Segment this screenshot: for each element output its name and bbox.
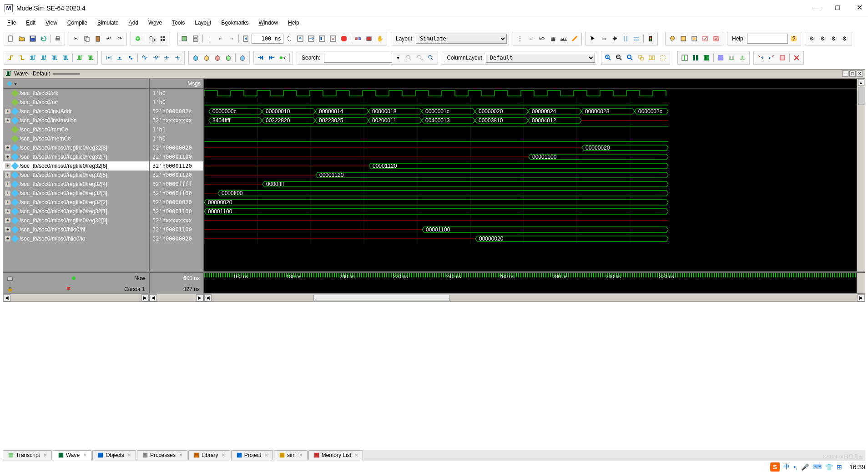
find-button[interactable] — [147, 34, 157, 44]
zoom-range-button[interactable] — [636, 53, 646, 63]
bm3-button[interactable] — [689, 34, 699, 44]
maximize-button[interactable]: □ — [833, 4, 842, 12]
x4[interactable] — [792, 53, 802, 63]
menu-wave[interactable]: Wave — [148, 20, 162, 26]
menu-simulate[interactable]: Simulate — [97, 20, 119, 26]
struct-button[interactable] — [353, 34, 363, 44]
save-button[interactable] — [28, 34, 38, 44]
menu-help[interactable]: Help — [288, 20, 299, 26]
cut-button[interactable]: ✂ — [71, 34, 81, 44]
paste-button[interactable] — [93, 34, 103, 44]
signal-row[interactable]: +/soc_tb/soc0/mips0/regfile0/reg32[1] — [3, 207, 149, 216]
wf3[interactable] — [701, 53, 712, 63]
minimize-button[interactable]: — — [812, 4, 820, 12]
wave-hscroll[interactable]: ◀▶ — [204, 294, 865, 302]
zoom-out-button[interactable] — [614, 53, 624, 63]
gear2-button[interactable]: ⚙ — [818, 34, 828, 44]
wave-max-button[interactable]: □ — [849, 70, 856, 77]
step-back-button[interactable]: ← — [216, 34, 226, 44]
run-time-input[interactable] — [252, 34, 283, 44]
x2[interactable] — [767, 53, 777, 63]
layout-select[interactable]: Simulate — [416, 34, 507, 44]
signal-row[interactable]: +/soc_tb/soc0/mips0/regfile0/reg32[7] — [3, 152, 149, 161]
bm5-button[interactable] — [711, 34, 721, 44]
pointer-button[interactable] — [588, 34, 598, 44]
wf2[interactable] — [691, 53, 701, 63]
signal-row[interactable]: +/soc_tb/soc0/instAddr — [3, 107, 149, 116]
c3[interactable] — [212, 53, 222, 63]
g3[interactable] — [126, 53, 136, 63]
sel-clear-button[interactable] — [570, 34, 580, 44]
run-all-button[interactable] — [306, 34, 316, 44]
tab-close-icon[interactable]: × — [299, 452, 303, 458]
a3[interactable] — [278, 53, 288, 63]
signal-row[interactable]: +/soc_tb/soc0/mips0/regfile0/reg32[3] — [3, 189, 149, 198]
traffic-button[interactable] — [646, 34, 656, 44]
menu-bookmarks[interactable]: Bookmarks — [221, 20, 248, 26]
tab-close-icon[interactable]: × — [179, 452, 182, 458]
e2[interactable] — [17, 53, 27, 63]
collayout-select[interactable]: Default — [486, 53, 595, 63]
expand-icon[interactable]: + — [5, 154, 10, 160]
menu-file[interactable]: File — [7, 20, 16, 26]
time-spinner[interactable] — [284, 34, 294, 44]
settings-button[interactable] — [158, 34, 168, 44]
run-list-button[interactable] — [191, 34, 201, 44]
expand-icon[interactable]: + — [5, 172, 10, 178]
tab-project[interactable]: Project× — [231, 450, 273, 460]
e6[interactable] — [61, 53, 71, 63]
help-input[interactable] — [747, 34, 788, 44]
bm2-button[interactable] — [678, 34, 688, 44]
tray-cn-icon[interactable]: 中 — [783, 463, 790, 471]
open-button[interactable] — [17, 34, 27, 44]
tab-close-icon[interactable]: × — [265, 452, 268, 458]
x1[interactable] — [756, 53, 766, 63]
tab-close-icon[interactable]: × — [128, 452, 131, 458]
signal-row[interactable]: +/soc_tb/soc0/instruction — [3, 116, 149, 125]
gear3-button[interactable]: ⚙ — [829, 34, 839, 44]
tab-close-icon[interactable]: × — [222, 452, 225, 458]
signal-header[interactable]: ▾ — [3, 79, 149, 89]
e4[interactable] — [39, 53, 49, 63]
signal-row[interactable]: /soc_tb/soc0/clk — [3, 89, 149, 98]
signal-row[interactable]: /soc_tb/soc0/memCe — [3, 134, 149, 143]
signal-row[interactable]: +/soc_tb/soc0/mips0/regfile0/reg32[0] — [3, 216, 149, 225]
sel1-button[interactable]: ⋮ — [515, 34, 525, 44]
sel4-button[interactable]: ▦ — [548, 34, 558, 44]
tab-close-icon[interactable]: × — [44, 452, 47, 458]
signal-row[interactable]: /soc_tb/soc0/romCe — [3, 125, 149, 134]
gear1-button[interactable]: ⚙ — [807, 34, 817, 44]
c4[interactable] — [223, 53, 233, 63]
break-button[interactable] — [328, 34, 338, 44]
e7[interactable] — [75, 53, 85, 63]
step-up-button[interactable]: ↑ — [205, 34, 215, 44]
msgs-hscroll[interactable]: ◀▶ — [149, 294, 204, 302]
cursor-flag-icon[interactable] — [66, 286, 72, 292]
restart-button[interactable] — [180, 34, 190, 44]
wave-undock-button[interactable]: — — [842, 70, 848, 77]
signal-row[interactable]: +/soc_tb/soc0/mips0/regfile0/reg32[5] — [3, 171, 149, 180]
expand-icon[interactable]: + — [5, 236, 10, 241]
hmark-button[interactable] — [621, 34, 631, 44]
continue-button[interactable] — [317, 34, 327, 44]
tray-mic-icon[interactable]: 🎤 — [801, 463, 809, 471]
move-button[interactable]: ✥ — [610, 34, 620, 44]
c2[interactable] — [202, 53, 212, 63]
expand-icon[interactable]: + — [5, 181, 10, 187]
tab-memory-list[interactable]: Memory List× — [308, 450, 363, 460]
select-rect-button[interactable]: ▭ — [599, 34, 609, 44]
wave-display[interactable]: 0000000c0000001000000014000000180000001c… — [204, 79, 857, 271]
print-button[interactable] — [53, 34, 63, 44]
compile-button[interactable] — [133, 34, 143, 44]
a2[interactable] — [267, 53, 277, 63]
undo-button[interactable]: ↶ — [104, 34, 114, 44]
expand-icon[interactable]: + — [5, 200, 10, 205]
expand-icon[interactable]: + — [5, 218, 10, 223]
menu-edit[interactable]: Edit — [26, 20, 35, 26]
menu-layout[interactable]: Layout — [195, 20, 211, 26]
tab-processes[interactable]: Processes× — [137, 450, 187, 460]
ime-icon[interactable]: S — [770, 462, 780, 472]
signal-row[interactable]: +/soc_tb/soc0/mips0/regfile0/reg32[2] — [3, 198, 149, 207]
bm4-button[interactable] — [700, 34, 710, 44]
signal-row[interactable]: +/soc_tb/soc0/mips0/hilo0/lo — [3, 234, 149, 243]
